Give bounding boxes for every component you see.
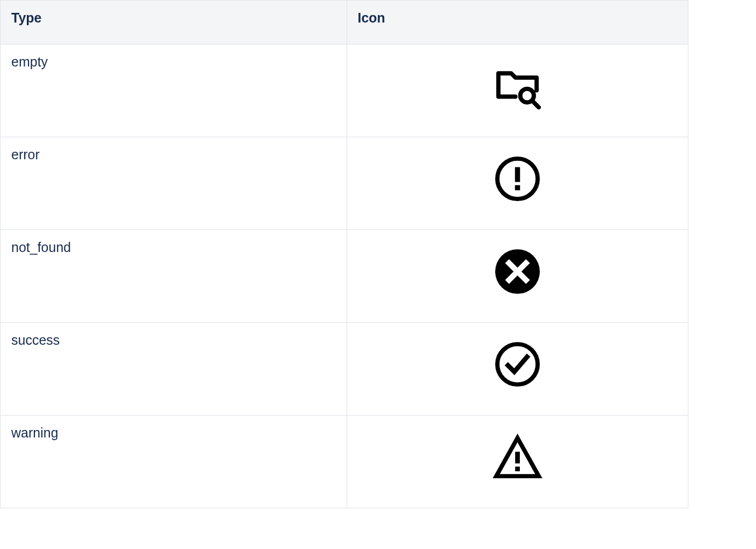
type-cell: error [1, 137, 347, 230]
icon-cell [347, 44, 688, 137]
table-header-row: Type Icon [1, 1, 688, 44]
icon-type-table: Type Icon empty error [0, 0, 688, 508]
svg-rect-8 [515, 466, 520, 471]
svg-rect-7 [515, 452, 520, 464]
table-row: success [1, 323, 688, 416]
type-cell: warning [1, 416, 347, 508]
header-type: Type [1, 1, 347, 44]
exclamation-circle-icon [358, 153, 678, 204]
icon-cell [347, 323, 688, 416]
type-cell: success [1, 323, 347, 416]
icon-cell [347, 137, 688, 230]
table-row: warning [1, 416, 688, 508]
type-cell: not_found [1, 230, 347, 323]
svg-line-1 [532, 101, 539, 107]
header-icon: Icon [347, 1, 688, 44]
table-row: empty [1, 44, 688, 137]
folder-search-icon [358, 61, 678, 112]
type-cell: empty [1, 44, 347, 137]
table-row: not_found [1, 230, 688, 323]
svg-rect-3 [515, 167, 520, 182]
icon-cell [347, 230, 688, 323]
x-circle-filled-icon [358, 246, 678, 297]
exclamation-triangle-icon [358, 432, 678, 483]
svg-rect-4 [515, 185, 520, 190]
icon-cell [347, 416, 688, 508]
table-row: error [1, 137, 688, 230]
svg-point-6 [497, 344, 538, 384]
check-circle-icon [358, 339, 678, 390]
